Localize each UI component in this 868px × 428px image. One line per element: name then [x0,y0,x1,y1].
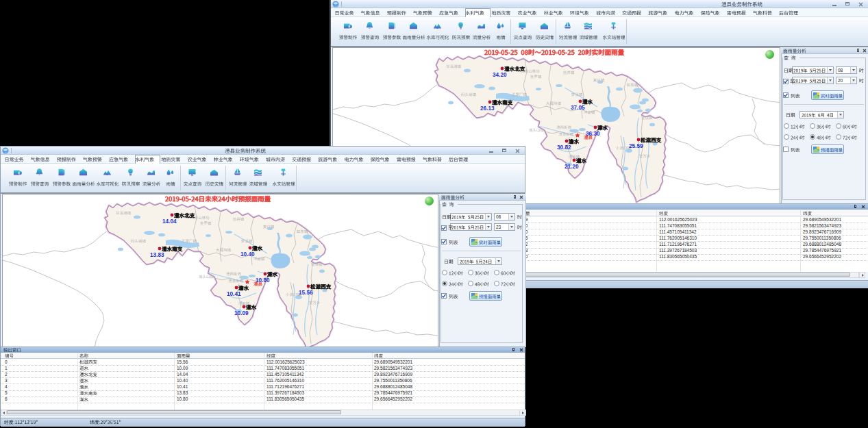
svg-text:30.82: 30.82 [557,144,571,151]
svg-text:26.13: 26.13 [480,105,495,112]
svg-text:37.05: 37.05 [571,105,585,111]
svg-text:10.09: 10.09 [234,310,249,316]
svg-text:21.20: 21.20 [565,164,579,170]
svg-text:36.30: 36.30 [586,131,600,137]
svg-text:13.83: 13.83 [150,252,164,258]
svg-text:10.41: 10.41 [227,291,241,297]
svg-text:10.80: 10.80 [256,277,270,284]
svg-text:25.59: 25.59 [629,143,643,149]
svg-text:34.20: 34.20 [493,72,507,78]
svg-text:10.40: 10.40 [240,251,255,257]
svg-text:14.04: 14.04 [162,218,177,225]
svg-text:15.56: 15.56 [299,290,313,296]
